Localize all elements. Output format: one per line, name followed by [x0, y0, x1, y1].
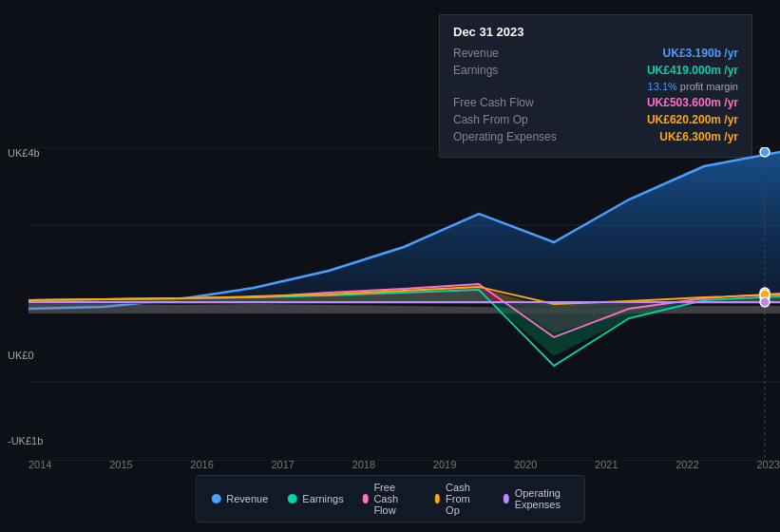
tooltip-row-earnings: Earnings UK£419.000m /yr [453, 64, 738, 77]
x-label-2019: 2019 [433, 459, 456, 470]
x-label-2015: 2015 [109, 459, 132, 470]
svg-point-11 [760, 297, 770, 307]
tooltip-value-fcf: UK£503.600m /yr [647, 96, 738, 109]
legend-item-cashop[interactable]: Cash From Op [434, 482, 484, 516]
svg-point-7 [760, 147, 770, 157]
legend-label-fcf: Free Cash Flow [373, 482, 415, 516]
tooltip-value-opex: UK£6.300m /yr [659, 130, 738, 143]
legend-dot-cashop [434, 494, 440, 504]
chart-legend: Revenue Earnings Free Cash Flow Cash Fro… [195, 475, 585, 522]
tooltip-row-opex: Operating Expenses UK£6.300m /yr [453, 130, 738, 143]
tooltip-label-fcf: Free Cash Flow [453, 96, 567, 109]
x-label-2021: 2021 [595, 459, 618, 470]
legend-label-cashop: Cash From Op [446, 482, 485, 516]
data-tooltip: Dec 31 2023 Revenue UK£3.190b /yr Earnin… [439, 14, 752, 158]
tooltip-row-fcf: Free Cash Flow UK£503.600m /yr [453, 96, 738, 109]
legend-label-revenue: Revenue [226, 493, 268, 504]
legend-item-earnings[interactable]: Earnings [287, 493, 343, 504]
legend-dot-revenue [211, 494, 220, 504]
tooltip-row-revenue: Revenue UK£3.190b /yr [453, 47, 738, 60]
chart-svg [29, 147, 780, 461]
tooltip-value-revenue: UK£3.190b /yr [663, 47, 738, 60]
tooltip-row-margin: 13.1% profit margin [453, 81, 738, 92]
tooltip-value-cashop: UK£620.200m /yr [647, 113, 738, 126]
x-label-2017: 2017 [271, 459, 294, 470]
tooltip-profit-margin: 13.1% profit margin [648, 81, 738, 92]
x-label-2014: 2014 [29, 459, 51, 470]
legend-dot-fcf [363, 494, 369, 504]
legend-item-fcf[interactable]: Free Cash Flow [363, 482, 416, 516]
legend-item-revenue[interactable]: Revenue [211, 493, 268, 504]
legend-dot-earnings [287, 494, 296, 504]
tooltip-label-revenue: Revenue [453, 47, 567, 60]
legend-label-earnings: Earnings [302, 493, 343, 504]
tooltip-row-cashop: Cash From Op UK£620.200m /yr [453, 113, 738, 126]
legend-dot-opex [504, 494, 509, 504]
x-label-2023: 2023 [756, 459, 779, 470]
x-label-2022: 2022 [675, 459, 698, 470]
tooltip-value-earnings: UK£419.000m /yr [647, 64, 738, 77]
tooltip-label-cashop: Cash From Op [453, 113, 567, 126]
tooltip-label-opex: Operating Expenses [453, 130, 567, 143]
legend-item-opex[interactable]: Operating Expenses [504, 487, 569, 510]
x-axis-labels: 2014 2015 2016 2017 2018 2019 2020 2021 … [29, 459, 780, 470]
legend-label-opex: Operating Expenses [515, 487, 569, 510]
tooltip-label-earnings: Earnings [453, 64, 567, 77]
x-label-2016: 2016 [190, 459, 213, 470]
x-label-2018: 2018 [352, 459, 375, 470]
x-label-2020: 2020 [514, 459, 537, 470]
tooltip-title: Dec 31 2023 [453, 25, 738, 39]
